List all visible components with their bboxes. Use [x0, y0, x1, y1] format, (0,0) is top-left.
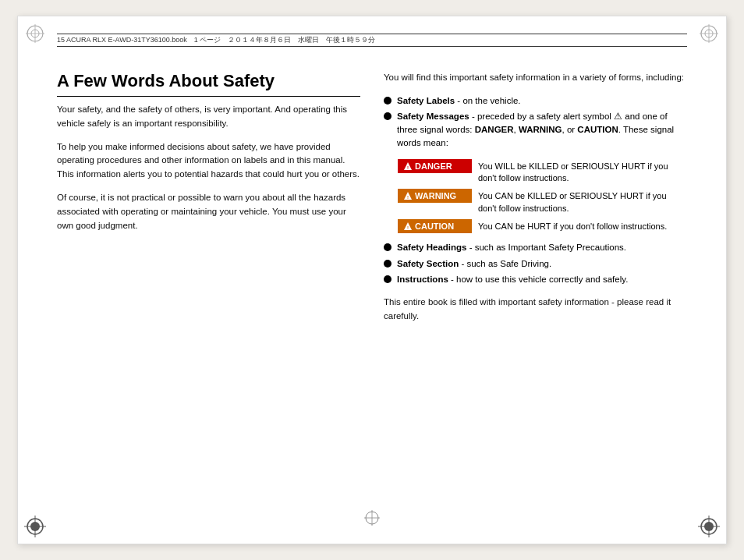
corner-decoration-tr [698, 23, 720, 44]
paragraph-2: To help you make informed decisions abou… [57, 140, 360, 182]
warning-text: You CAN be KILLED or SERIOUSLY HURT if y… [478, 189, 687, 214]
caution-triangle-icon: ! [404, 222, 412, 230]
bullet-dot-2 [384, 112, 391, 120]
bullet-dot-5 [384, 275, 391, 283]
caution-word: CAUTION [577, 125, 618, 134]
list-item-safety-messages: Safety Messages - preceded by a safety a… [384, 110, 687, 149]
corner-decoration-bl [24, 516, 46, 537]
danger-triangle-icon: ! [404, 162, 412, 170]
center-crosshair [363, 509, 381, 530]
danger-text: You WILL be KILLED or SERIOUSLY HURT if … [478, 159, 687, 185]
safety-messages-bold: Safety Messages [397, 112, 469, 121]
svg-text:!: ! [407, 165, 409, 170]
paragraph-3: Of course, it is not practical or possib… [57, 191, 360, 232]
list-item-safety-headings: Safety Headings - such as Important Safe… [384, 241, 687, 254]
warning-badge: ! WARNING [398, 189, 472, 203]
intro-text: You will find this important safety info… [384, 71, 687, 85]
paragraph-1: Your safety, and the safety of others, i… [57, 103, 360, 131]
instructions-text: Instructions - how to use this vehicle c… [397, 273, 628, 286]
svg-text:!: ! [407, 195, 409, 200]
instructions-bold: Instructions [397, 275, 448, 284]
safety-headings-bold: Safety Headings [397, 243, 466, 252]
bullet-dot-3 [384, 243, 391, 251]
danger-word: DANGER [475, 125, 514, 134]
bullet-dot [384, 97, 391, 105]
left-column: A Few Words About Safety Your safety, an… [57, 71, 360, 324]
main-content: A Few Words About Safety Your safety, an… [57, 71, 687, 324]
signal-badges: ! DANGER You WILL be KILLED or SERIOUSLY… [398, 159, 687, 234]
safety-labels-text: Safety Labels - on the vehicle. [397, 94, 521, 108]
caution-row: ! CAUTION You CAN be HURT if you don't f… [398, 219, 687, 233]
warning-word: WARNING [519, 125, 562, 134]
safety-messages-text: Safety Messages - preceded by a safety a… [397, 110, 687, 149]
caution-label: CAUTION [415, 222, 454, 231]
caution-text: You CAN be HURT if you don't follow inst… [478, 219, 667, 232]
list-item-instructions: Instructions - how to use this vehicle c… [384, 273, 687, 286]
safety-labels-bold: Safety Labels [397, 96, 455, 105]
caution-badge: ! CAUTION [398, 219, 472, 233]
warning-label: WARNING [415, 191, 456, 200]
safety-section-text: Safety Section - such as Safe Driving. [397, 257, 551, 271]
safety-headings-text: Safety Headings - such as Important Safe… [397, 241, 626, 254]
svg-text:!: ! [407, 225, 409, 230]
header-text: 15 ACURA RLX E-AWD-31TY36100.book 1 ページ … [57, 36, 375, 44]
page: 15 ACURA RLX E-AWD-31TY36100.book 1 ページ … [17, 16, 727, 544]
footer-text: This entire book is filled with importan… [384, 296, 687, 324]
danger-label: DANGER [415, 161, 452, 171]
right-column: You will find this important safety info… [384, 71, 687, 324]
warning-triangle-icon: ! [404, 192, 412, 200]
danger-badge: ! DANGER [398, 159, 472, 173]
list-item-safety-labels: Safety Labels - on the vehicle. [384, 94, 687, 108]
page-title: A Few Words About Safety [57, 71, 360, 97]
bullet-list-1: Safety Labels - on the vehicle. Safety M… [384, 94, 687, 150]
header-line: 15 ACURA RLX E-AWD-31TY36100.book 1 ページ … [57, 34, 687, 47]
list-item-safety-section: Safety Section - such as Safe Driving. [384, 257, 687, 271]
corner-decoration-tl [24, 23, 46, 44]
corner-decoration-br [698, 516, 720, 537]
danger-row: ! DANGER You WILL be KILLED or SERIOUSLY… [398, 159, 687, 185]
bullet-list-2: Safety Headings - such as Important Safe… [384, 241, 687, 286]
warning-row: ! WARNING You CAN be KILLED or SERIOUSLY… [398, 189, 687, 214]
safety-section-bold: Safety Section [397, 259, 459, 268]
bullet-dot-4 [384, 260, 391, 268]
